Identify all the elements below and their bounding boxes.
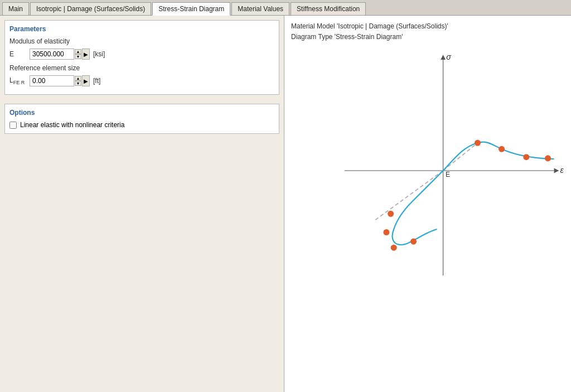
e-input[interactable] — [30, 49, 74, 60]
stress-strain-chart: ε σ E — [291, 54, 564, 288]
svg-marker-3 — [441, 55, 446, 60]
parameters-title: Parameters — [9, 25, 274, 33]
right-panel: Material Model 'Isotropic | Damage (Surf… — [284, 16, 571, 392]
svg-marker-1 — [554, 168, 559, 173]
svg-line-5 — [375, 171, 443, 220]
x-axis-label: ε — [560, 166, 564, 175]
modulus-label: Modulus of elasticity — [9, 37, 274, 45]
tab-isotropic[interactable]: Isotropic | Damage (Surfaces/Solids) — [30, 2, 151, 15]
data-point-6 — [383, 229, 389, 235]
lfer-arrow-btn[interactable]: ▶ — [82, 75, 90, 86]
linear-elastic-label: Linear elastic with nonlinear criteria — [20, 121, 124, 129]
e-unit: [ksi] — [93, 50, 105, 58]
data-point-4 — [545, 156, 551, 162]
y-axis-label: σ — [446, 54, 452, 61]
e-up-btn[interactable]: ▲ — [75, 49, 81, 54]
e-arrow-btn[interactable]: ▶ — [82, 49, 90, 60]
data-point-5 — [388, 211, 394, 217]
ref-element-label: Reference element size — [9, 64, 274, 72]
e-down-btn[interactable]: ▼ — [75, 54, 81, 59]
lfer-unit: [ft] — [93, 77, 100, 85]
data-point-8 — [410, 239, 417, 245]
main-content: Parameters Modulus of elasticity E ▲ ▼ ▶… — [0, 16, 571, 392]
lfer-input[interactable] — [30, 75, 74, 86]
data-point-3 — [523, 154, 529, 161]
e-spinner: ▲ ▼ — [75, 49, 81, 59]
linear-elastic-row: Linear elastic with nonlinear criteria — [9, 121, 274, 129]
parameters-section: Parameters Modulus of elasticity E ▲ ▼ ▶… — [4, 20, 279, 95]
e-label: E — [9, 50, 30, 58]
lfer-label: LFE R — [9, 76, 30, 85]
diagram-title: Material Model 'Isotropic | Damage (Surf… — [291, 21, 564, 42]
tab-bar: Main Isotropic | Damage (Surfaces/Solids… — [0, 0, 571, 16]
svg-line-4 — [443, 143, 478, 171]
linear-elastic-checkbox[interactable] — [9, 122, 17, 129]
data-point-1 — [475, 140, 481, 146]
lfer-up-btn[interactable]: ▲ — [75, 76, 81, 81]
left-panel: Parameters Modulus of elasticity E ▲ ▼ ▶… — [0, 16, 284, 392]
tab-material-values[interactable]: Material Values — [231, 2, 289, 15]
modulus-row: E ▲ ▼ ▶ [ksi] — [9, 49, 274, 60]
origin-label: E — [446, 171, 450, 178]
tab-main[interactable]: Main — [2, 2, 29, 15]
lfer-spinner: ▲ ▼ — [75, 76, 81, 86]
lfer-down-btn[interactable]: ▼ — [75, 81, 81, 86]
data-point-7 — [391, 245, 397, 251]
tab-stiffness[interactable]: Stiffness Modification — [291, 2, 366, 15]
chart-area: ε σ E — [291, 54, 564, 288]
options-title: Options — [9, 109, 274, 117]
tab-stress-strain[interactable]: Stress-Strain Diagram — [152, 2, 230, 16]
options-section: Options Linear elastic with nonlinear cr… — [4, 104, 279, 134]
lfer-row: LFE R ▲ ▼ ▶ [ft] — [9, 75, 274, 86]
data-point-2 — [499, 146, 505, 152]
